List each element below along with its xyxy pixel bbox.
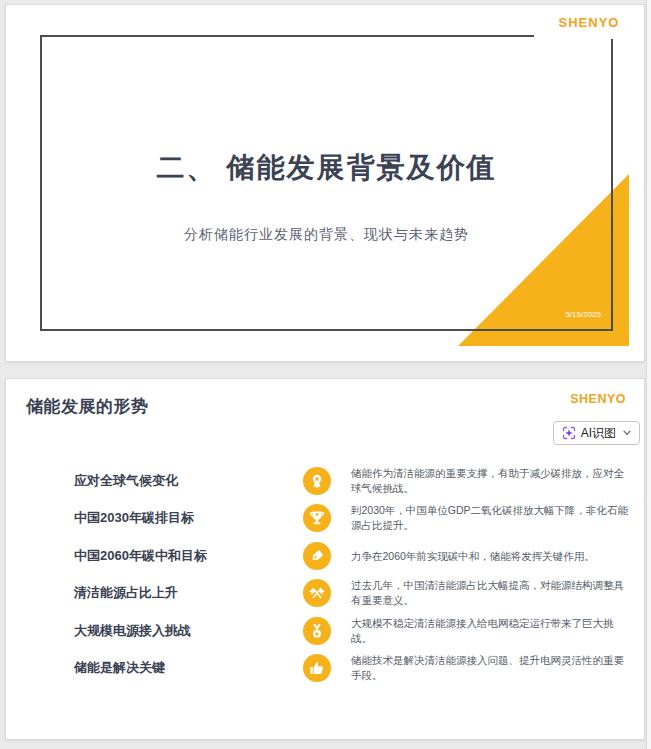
logo-patch: SHENYO: [534, 5, 644, 39]
item-label: 中国2060年碳中和目标: [74, 547, 207, 565]
item-description: 储能作为清洁能源的重要支撑，有助于减少碳排放，应对全球气候挑战。: [351, 466, 629, 496]
trophy-icon: [303, 504, 331, 532]
chevron-down-icon[interactable]: [623, 430, 631, 436]
item-description: 大规模不稳定清洁能源接入给电网稳定运行带来了巨大挑战。: [351, 616, 629, 646]
item-label: 应对全球气候变化: [74, 472, 178, 490]
item-description: 过去几年，中国清洁能源占比大幅提高，对能源结构调整具有重要意义。: [351, 578, 629, 608]
page-title: 储能发展的形势: [26, 395, 149, 418]
ai-button-label: AI识图: [581, 425, 616, 442]
brand-logo: SHENYO: [570, 392, 626, 406]
item-label: 大规模电源接入挑战: [74, 622, 191, 640]
brand-logo: SHENYO: [559, 15, 620, 30]
medal-icon: [303, 617, 331, 645]
item-description: 力争在2060年前实现碳中和，储能将发挥关键作用。: [351, 548, 629, 563]
tag-icon: [303, 542, 331, 570]
slide-1-canvas[interactable]: SHENYO 二、 储能发展背景及价值 分析储能行业发展的背景、现状与未来趋势 …: [5, 4, 645, 362]
ai-recognize-button[interactable]: AI识图: [553, 421, 640, 445]
thumbs-up-icon: [303, 654, 331, 682]
slide-2-canvas[interactable]: 储能发展的形势 SHENYO AI识图 应对全球气候变化: [5, 378, 645, 740]
list-item: 储能是解决关键 储能技术是解决清洁能源接入问题、提升电网灵活性的重要手段。: [6, 650, 644, 688]
section-subtitle: 分析储能行业发展的背景、现状与未来趋势: [40, 226, 613, 244]
crossed-flags-icon: [303, 579, 331, 607]
item-label: 中国2030年碳排目标: [74, 509, 194, 527]
section-title: 二、 储能发展背景及价值: [40, 149, 613, 187]
ai-scan-icon: [562, 426, 576, 440]
list-item: 清洁能源占比上升 过去几年，中国清洁能源占比大幅提高，对: [6, 575, 644, 613]
list-item: 中国2060年碳中和目标 力争在2060年前实现碳中和，储能将发挥关键作用。: [6, 537, 644, 575]
item-label: 储能是解决关键: [74, 659, 165, 677]
item-description: 储能技术是解决清洁能源接入问题、提升电网灵活性的重要手段。: [351, 653, 629, 683]
list-item: 中国2030年碳排目标 到2030年，中国单位GDP二氧化碳排放大幅下降，非化石…: [6, 500, 644, 538]
feature-list: 应对全球气候变化 储能作为清洁能源的重要支撑，有助于减少碳排放，应对全球气候挑战…: [6, 462, 644, 687]
slide-date: 5/15/2025: [556, 310, 601, 319]
scrollbar-track[interactable]: [646, 0, 651, 749]
item-label: 清洁能源占比上升: [74, 584, 178, 602]
list-item: 大规模电源接入挑战 大规模不稳定清洁能源接入给电网稳定运行带来了巨大挑战。: [6, 612, 644, 650]
award-icon: [303, 467, 331, 495]
item-description: 到2030年，中国单位GDP二氧化碳排放大幅下降，非化石能源占比提升。: [351, 503, 629, 533]
list-item: 应对全球气候变化 储能作为清洁能源的重要支撑，有助于减少碳排放，应对全球气候挑战…: [6, 462, 644, 500]
